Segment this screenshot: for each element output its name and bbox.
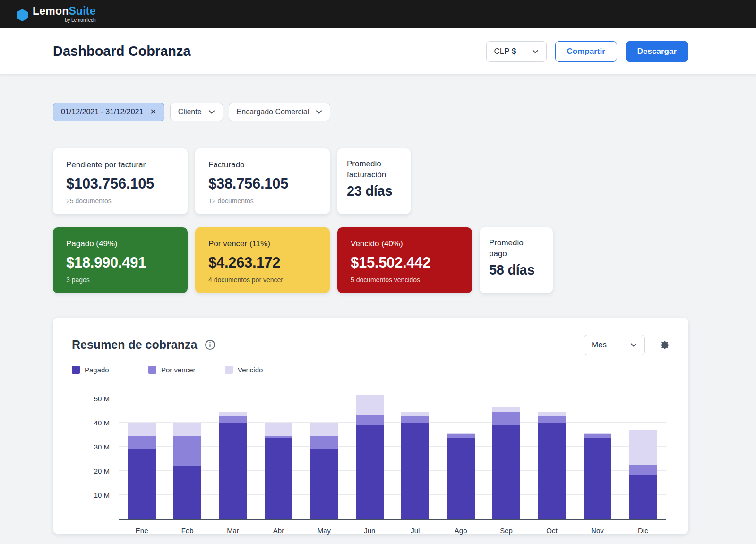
legend-label: Vencido [238,366,263,374]
bar-segment-pagado [173,466,201,519]
y-tick-label: 20 M [81,466,110,475]
stacked-bar-jun[interactable] [356,395,384,519]
status-card-por-vencer: Por vencer (11%)$4.263.1724 documentos p… [195,227,330,293]
brand-name-primary: Lemon [33,5,69,17]
chart-card: Resumen de cobranza Mes [53,318,688,534]
share-button[interactable]: Compartir [555,41,617,62]
bar-segment-por-vencer [492,412,520,425]
stacked-bar-sep[interactable] [492,407,520,519]
stacked-bar-jul[interactable] [401,412,429,519]
x-axis-label-oct: Oct [529,527,575,535]
bar-segment-pagado [629,475,657,519]
x-axis-label-jul: Jul [393,527,438,535]
vencido-label: Vencido (40%) [351,239,459,250]
chart-title: Resumen de cobranza [72,338,197,352]
page-header: Dashboard Cobranza CLP $ Compartir Desca… [0,28,756,74]
chevron-down-icon [316,109,322,115]
legend-item-vencido[interactable]: Vencido [225,366,294,374]
bar-segment-por-vencer [447,434,475,438]
x-axis-label-may: May [301,527,347,535]
period-select[interactable]: Mes [584,335,645,355]
kpi-card-pendiente-por-facturar: Pendiente por facturar$103.756.10525 doc… [53,148,188,214]
bar-slot-feb [164,386,210,519]
stacked-bar-mar[interactable] [219,412,247,519]
x-axis-label-abr: Abr [256,527,301,535]
stacked-bar-abr[interactable] [265,423,292,519]
x-axis-label-ago: Ago [438,527,483,535]
vencido-value: $15.502.442 [351,254,459,271]
cliente-filter-dropdown[interactable]: Cliente [170,103,223,121]
settings-gear-icon[interactable] [658,339,670,351]
bar-segment-pagado [128,449,156,519]
bar-segment-vencido [401,412,429,416]
date-range-value: 01/12/2021 - 31/12/2021 [61,108,143,116]
pendiente-por-facturar-subtext: 25 documentos [66,197,174,205]
promedio-facturacion-label: Promedio facturación [347,159,401,181]
bar-segment-vencido [128,423,156,436]
stacked-bar-nov[interactable] [584,433,611,519]
y-tick-label: 10 M [81,491,110,499]
brand-name-secondary: Suite [69,5,95,17]
lemon-hexagon-icon [17,9,28,21]
pendiente-por-facturar-value: $103.756.105 [66,175,174,192]
stacked-bar-dic[interactable] [629,430,657,519]
x-axis-label-feb: Feb [164,527,210,535]
brand-text: LemonSuite by LemonTech [33,6,96,23]
chevron-down-icon [630,342,637,348]
bar-segment-pagado [265,438,292,519]
stacked-bar-feb[interactable] [173,423,201,519]
stacked-bar-may[interactable] [310,423,338,519]
status-card-row: Pagado (49%)$18.990.4913 pagosPor vencer… [53,227,688,293]
legend-label: Pagado [85,366,109,374]
date-range-filter-chip[interactable]: 01/12/2021 - 31/12/2021 ✕ [53,103,164,121]
bar-segment-vencido [310,423,338,436]
chart-plot: 10 M20 M30 M40 M50 M [119,386,666,520]
kpi-card-facturado: Facturado$38.756.10512 documentos [195,148,330,214]
bar-segment-vencido [265,423,292,436]
lemonsuite-logo[interactable]: LemonSuite by LemonTech [17,6,96,23]
bar-segment-pagado [584,438,611,519]
legend-label: Por vencer [161,366,196,374]
x-axis-labels: EneFebMarAbrMayJunJulAgoSepOctNovDic [119,527,666,535]
kpi-card-promedio-facturacion: Promedio facturación23 días [337,148,411,214]
cliente-filter-label: Cliente [178,108,202,116]
kpi-card-row: Pendiente por facturar$103.756.10525 doc… [53,148,688,214]
bar-segment-pagado [538,423,566,519]
bar-segment-por-vencer [584,434,611,438]
period-select-value: Mes [592,340,607,350]
vencido-subtext: 5 documentos vencidos [351,276,459,284]
legend-swatch [148,366,156,374]
header-actions: CLP $ Compartir Descargar [486,41,688,62]
download-button[interactable]: Descargar [626,41,688,62]
main-content: 01/12/2021 - 31/12/2021 ✕ Cliente Encarg… [0,74,756,534]
stacked-bar-ene[interactable] [128,423,156,519]
y-tick-label: 50 M [81,394,110,402]
promedio-pago-value: 58 días [489,262,543,278]
currency-select[interactable]: CLP $ [486,41,547,62]
bar-segment-por-vencer [538,416,566,423]
pagado-value: $18.990.491 [66,254,174,271]
chart-controls: Mes [584,335,670,355]
bar-segment-por-vencer [629,465,657,475]
legend-item-por-vencer[interactable]: Por vencer [148,366,217,374]
page-title: Dashboard Cobranza [53,43,191,59]
status-card-pagado: Pagado (49%)$18.990.4913 pagos [53,227,188,293]
bar-slot-ene [119,386,164,519]
info-icon[interactable] [205,339,215,350]
legend-item-pagado[interactable]: Pagado [72,366,141,374]
stacked-bar-oct[interactable] [538,412,566,519]
chart-area: 10 M20 M30 M40 M50 M EneFebMarAbrMayJunJ… [119,386,666,535]
bar-segment-por-vencer [173,436,201,466]
stacked-bar-ago[interactable] [447,433,475,519]
x-axis-label-dic: Dic [620,527,666,535]
x-axis-label-jun: Jun [347,527,392,535]
facturado-value: $38.756.105 [208,175,317,192]
bar-segment-pagado [356,425,384,519]
pagado-label: Pagado (49%) [66,239,174,250]
bar-slot-abr [256,386,301,519]
x-axis-label-sep: Sep [483,527,529,535]
bar-slot-ago [438,386,483,519]
bar-slot-oct [529,386,575,519]
clear-date-filter-icon[interactable]: ✕ [150,108,156,116]
encargado-comercial-filter-dropdown[interactable]: Encargado Comercial [229,103,331,121]
